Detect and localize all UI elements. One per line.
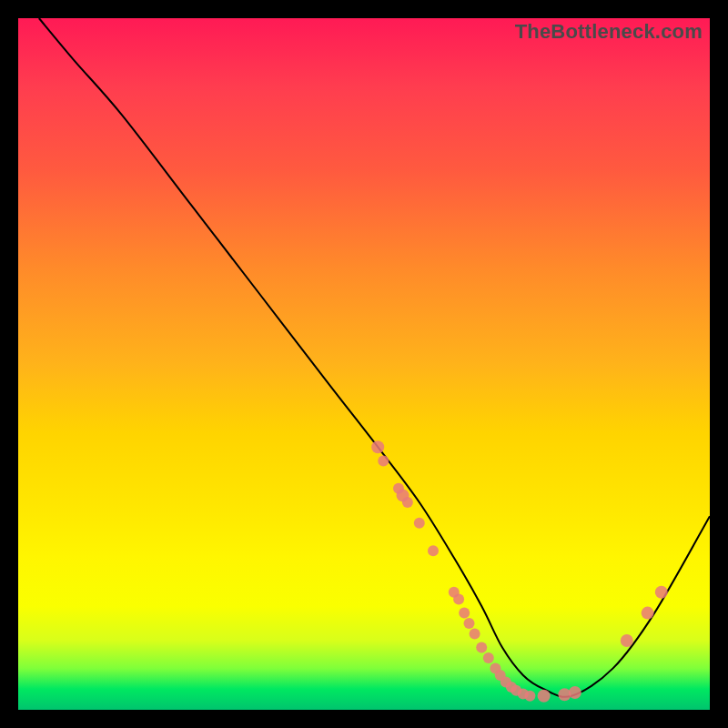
data-marker: [538, 690, 551, 703]
data-marker: [470, 628, 480, 639]
data-marker: [642, 607, 654, 620]
data-marker: [402, 497, 413, 508]
data-marker: [371, 440, 384, 453]
chart-svg: [18, 18, 710, 710]
data-marker: [414, 518, 425, 529]
bottleneck-curve: [39, 18, 710, 697]
data-marker: [655, 586, 668, 599]
data-marker: [569, 686, 581, 699]
marker-group: [371, 440, 668, 703]
data-marker: [378, 455, 389, 466]
chart-frame: TheBottleneck.com: [18, 18, 710, 710]
data-marker: [459, 608, 470, 619]
data-marker: [464, 618, 475, 629]
data-marker: [621, 634, 633, 647]
data-marker: [524, 691, 535, 702]
data-marker: [428, 545, 439, 556]
data-marker: [476, 642, 487, 653]
data-marker: [483, 652, 494, 663]
data-marker: [453, 593, 464, 604]
